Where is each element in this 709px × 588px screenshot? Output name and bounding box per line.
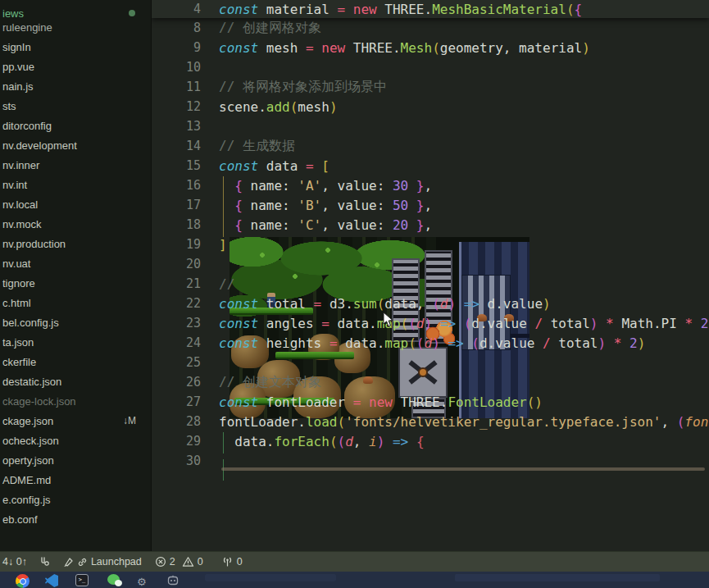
terminal-icon-art: >_ (75, 574, 89, 586)
code-line[interactable]: 8// 创建网格对象 (152, 18, 709, 38)
vscode-icon-art (45, 574, 58, 587)
bot-icon-art (166, 574, 180, 586)
sidebar-item-pp-vue[interactable]: pp.vue (0, 57, 152, 76)
code-line[interactable]: 17 { name: 'B', value: 50 }, (152, 195, 709, 215)
sidebar-item-nain-js[interactable]: nain.js (0, 76, 152, 96)
line-number: 23 (152, 316, 201, 330)
file-label: c.html (2, 297, 31, 309)
sidebar-item-nv-production[interactable]: nv.production (0, 234, 152, 253)
sidebar-item-ckage-lock-json[interactable]: ckage-lock.json (0, 391, 152, 411)
sidebar-item-c-html[interactable]: c.html (0, 293, 152, 312)
sidebar-item-sts[interactable]: sts (0, 96, 152, 116)
code-line[interactable]: 23const angles = data.map((d) => (d.valu… (152, 313, 709, 333)
sidebar-item-nv-local[interactable]: nv.local (0, 194, 152, 214)
file-label: nv.inner (2, 159, 39, 171)
code-line[interactable]: 27const fontLoader = new THREE.FontLoade… (152, 392, 709, 412)
link-icon (77, 557, 88, 567)
code-line[interactable]: 24const heights = data.map((d) => (d.val… (152, 333, 709, 353)
vscode-icon[interactable] (45, 574, 59, 588)
sidebar-item-nv-development[interactable]: nv.development (0, 135, 152, 155)
sidebar-item-eb-conf[interactable]: eb.conf (0, 509, 152, 529)
line-number: 11 (152, 80, 201, 94)
sidebar-item-ckerfile[interactable]: ckerfile (0, 352, 152, 371)
file-label: ditorconfig (2, 120, 52, 132)
line-number: 30 (152, 454, 201, 468)
code-text: { name: 'B', value: 50 }, (219, 198, 432, 213)
sidebar-item-bel-config-js[interactable]: bel.config.js (0, 312, 152, 332)
problems-indicator[interactable]: 2 0 (155, 556, 203, 567)
code-line[interactable]: 28fontLoader.load('fonts/helvetiker_regu… (152, 412, 709, 431)
vscode-window: iewsruleenginesignInpp.vuenain.jsstsdito… (0, 0, 709, 588)
sidebar-item-ckage-json[interactable]: ckage.json↓M (0, 411, 152, 431)
sidebar-item-tignore[interactable]: tignore (0, 273, 152, 293)
code-line[interactable]: 29 data.forEach((d, i) => { (152, 431, 709, 451)
code-line[interactable]: 9const mesh = new THREE.Mesh(geometry, m… (152, 38, 709, 57)
file-label: nv.int (2, 179, 27, 191)
line-number: 16 (152, 178, 201, 193)
line-number: 10 (152, 60, 201, 75)
sidebar-item-ocheck-json[interactable]: ocheck.json (0, 431, 152, 450)
launchpad-button[interactable]: Launchpad (63, 556, 142, 567)
sidebar-item-nv-uat[interactable]: nv.uat (0, 253, 152, 273)
line-number: 25 (152, 355, 201, 370)
chrome-icon[interactable] (16, 574, 30, 588)
sidebar-item-adme-md[interactable]: ADME.md (0, 470, 152, 490)
code-line[interactable]: 4const material = new THREE.MeshBasicMat… (152, 0, 709, 18)
sticky-scroll-row[interactable]: 4const material = new THREE.MeshBasicMat… (152, 0, 709, 18)
code-line[interactable]: 18 { name: 'C', value: 20 }, (152, 215, 709, 235)
sidebar-item-signin[interactable]: signIn (0, 37, 152, 57)
code-line[interactable]: 19] (152, 235, 709, 254)
file-label: ocheck.json (2, 435, 59, 447)
code-line[interactable]: 26// 创建文本对象 (152, 372, 709, 392)
file-label: nv.production (2, 238, 66, 250)
code-line[interactable]: 21// (152, 274, 709, 294)
line-number: 8 (152, 21, 201, 35)
horizontal-scrollbar[interactable] (221, 467, 705, 471)
code-text: { name: 'A', value: 30 }, (219, 178, 432, 194)
indent-guide (223, 432, 224, 454)
code-text: // 创建网格对象 (219, 20, 321, 37)
code-line[interactable]: 22const total = d3.sum(data, (d) => d.va… (152, 294, 709, 313)
taskbar-window-strip[interactable] (205, 574, 336, 581)
taskbar-window-strip[interactable] (455, 574, 660, 581)
sync-counts-label: 4↓ 0↑ (2, 556, 27, 567)
remote-tools-button[interactable] (39, 556, 50, 567)
sidebar-item-e-config-js[interactable]: e.config.js (0, 490, 152, 509)
sidebar-item-destatic-json[interactable]: destatic.json (0, 371, 152, 391)
file-label: eb.conf (2, 513, 38, 526)
code-line[interactable]: 25 (152, 353, 709, 372)
sidebar-item-ditorconfig[interactable]: ditorconfig (0, 116, 152, 135)
file-label: operty.json (2, 454, 54, 467)
bot-icon[interactable] (166, 574, 180, 588)
sidebar-item-operty-json[interactable]: operty.json (0, 450, 152, 470)
code-line[interactable]: 13 (152, 116, 709, 136)
code-line[interactable]: 12scene.add(mesh) (152, 97, 709, 116)
line-number: 13 (152, 119, 201, 134)
line-number: 28 (152, 414, 201, 429)
sidebar-item-nv-int[interactable]: nv.int (0, 175, 152, 194)
code-line[interactable]: 14// 生成数据 (152, 136, 709, 156)
settings-gear-icon[interactable]: ⚙ (137, 574, 151, 588)
file-label: nv.uat (2, 258, 30, 270)
sidebar-item-ta-json[interactable]: ta.json (0, 332, 152, 352)
network-count: 0 (237, 556, 243, 567)
code-line[interactable]: 11// 将网格对象添加到场景中 (152, 77, 709, 97)
code-line[interactable]: 10 (152, 57, 709, 77)
wechat-icon[interactable] (107, 574, 121, 588)
line-number: 17 (152, 198, 201, 212)
git-status-badge: ↓M (123, 415, 136, 426)
file-label: nv.development (2, 139, 77, 152)
git-sync-status[interactable]: 4↓ 0↑ (2, 556, 27, 567)
code-editor[interactable]: 8// 创建网格对象9const mesh = new THREE.Mesh(g… (152, 0, 709, 551)
code-line[interactable]: 15const data = [ (152, 156, 709, 175)
code-text: // 生成数据 (219, 138, 295, 155)
code-line[interactable]: 20 (152, 254, 709, 274)
terminal-icon[interactable]: >_ (75, 574, 89, 588)
sidebar-item-ruleengine[interactable]: ruleengine (0, 17, 152, 37)
sidebar-item-nv-inner[interactable]: nv.inner (0, 155, 152, 175)
network-indicator[interactable]: 0 (221, 556, 243, 567)
code-text: const mesh = new THREE.Mesh(geometry, ma… (219, 40, 590, 56)
sidebar-item-nv-mock[interactable]: nv.mock (0, 214, 152, 234)
code-line[interactable]: 16 { name: 'A', value: 30 }, (152, 175, 709, 195)
line-number: 24 (152, 335, 201, 350)
